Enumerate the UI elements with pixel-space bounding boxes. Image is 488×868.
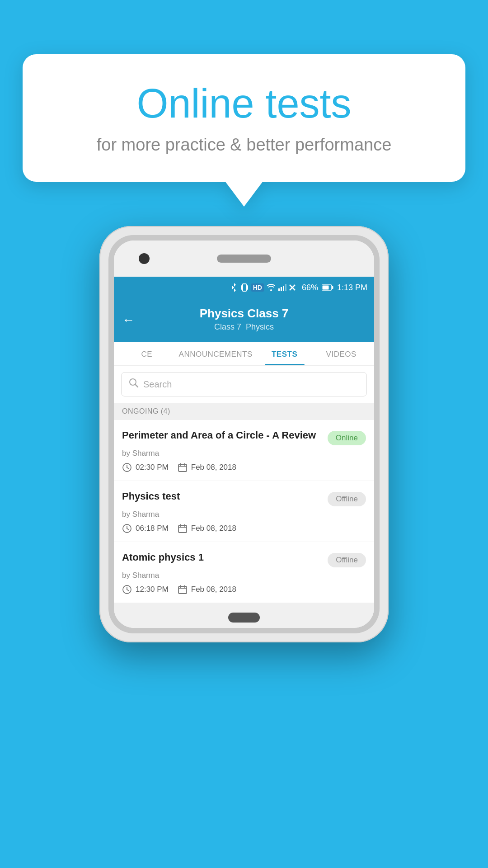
svg-line-13 — [136, 385, 138, 387]
bubble-subtitle: for more practice & better performance — [50, 135, 438, 155]
bluetooth-icon — [230, 283, 238, 292]
svg-rect-10 — [332, 286, 333, 289]
tab-bar: CE ANNOUNCEMENTS TESTS VIDEOS — [114, 342, 374, 366]
test-meta: 06:18 PM Feb 08, 2018 — [122, 524, 366, 533]
status-badge: Offline — [328, 492, 366, 506]
test-date: Feb 08, 2018 — [178, 585, 236, 594]
app-header: ← Physics Class 7 Class 7 Physics — [114, 298, 374, 342]
calendar-icon — [178, 462, 188, 472]
status-bar: HD — [114, 277, 374, 298]
phone-top-bezel — [114, 241, 374, 277]
search-placeholder: Search — [143, 379, 172, 390]
test-title: Perimeter and Area of a Circle - A Revie… — [122, 429, 322, 442]
svg-line-16 — [127, 467, 129, 469]
header-title: Physics Class 7 — [123, 307, 365, 321]
status-badge: Offline — [328, 553, 366, 567]
wifi-icon — [267, 284, 276, 291]
test-time: 02:30 PM — [122, 462, 169, 472]
section-header: ONGOING (4) — [114, 403, 374, 420]
battery-text: 66% — [302, 283, 318, 292]
test-date: Feb 08, 2018 — [178, 524, 236, 533]
test-meta: 02:30 PM Feb 08, 2018 — [122, 462, 366, 472]
bubble-title: Online tests — [50, 81, 438, 126]
test-by: by Sharma — [122, 510, 366, 519]
tab-ce[interactable]: CE — [118, 342, 175, 365]
header-subtitle: Class 7 Physics — [123, 322, 365, 332]
phone-mockup: HD — [99, 226, 389, 642]
test-time: 06:18 PM — [122, 524, 169, 533]
tab-announcements[interactable]: ANNOUNCEMENTS — [175, 342, 256, 365]
test-item[interactable]: Atomic physics 1 Offline by Sharma 12:30… — [114, 542, 374, 603]
tab-tests[interactable]: TESTS — [256, 342, 313, 365]
x-icon — [289, 284, 296, 291]
svg-rect-6 — [285, 284, 286, 291]
svg-line-30 — [127, 590, 129, 591]
phone-camera — [139, 253, 150, 264]
status-icons: HD — [230, 283, 296, 292]
svg-rect-0 — [243, 284, 246, 291]
svg-rect-17 — [178, 464, 187, 472]
clock-icon — [122, 524, 132, 533]
svg-rect-2 — [247, 285, 248, 290]
svg-rect-5 — [283, 286, 284, 291]
battery-icon — [322, 284, 333, 291]
svg-rect-11 — [322, 286, 328, 290]
clock-icon — [122, 585, 132, 594]
test-title: Atomic physics 1 — [122, 551, 322, 564]
tab-videos[interactable]: VIDEOS — [313, 342, 370, 365]
svg-rect-3 — [278, 288, 280, 291]
status-badge: Online — [328, 431, 366, 445]
search-input-wrapper[interactable]: Search — [121, 372, 367, 396]
hd-badge: HD — [251, 283, 264, 292]
home-button[interactable] — [228, 613, 260, 623]
clock-icon — [122, 462, 132, 472]
back-button[interactable]: ← — [122, 313, 135, 327]
test-item[interactable]: Perimeter and Area of a Circle - A Revie… — [114, 420, 374, 481]
speech-bubble: Online tests for more practice & better … — [23, 54, 465, 182]
time-text: 1:13 PM — [337, 283, 367, 292]
test-by: by Sharma — [122, 571, 366, 580]
test-by: by Sharma — [122, 449, 366, 458]
phone-bottom-bezel — [114, 603, 374, 628]
search-icon — [129, 378, 139, 391]
signal-icon — [278, 284, 286, 291]
search-bar-container: Search — [114, 366, 374, 403]
phone-speaker — [217, 255, 271, 263]
test-meta: 12:30 PM Feb 08, 2018 — [122, 585, 366, 594]
test-time: 12:30 PM — [122, 585, 169, 594]
test-title: Physics test — [122, 490, 322, 503]
svg-line-23 — [127, 528, 129, 530]
svg-rect-31 — [178, 586, 187, 594]
svg-rect-24 — [178, 525, 187, 533]
svg-rect-1 — [241, 285, 242, 290]
calendar-icon — [178, 524, 188, 533]
vibrate-icon — [240, 283, 249, 292]
calendar-icon — [178, 585, 188, 594]
test-date: Feb 08, 2018 — [178, 462, 236, 472]
test-item[interactable]: Physics test Offline by Sharma 06:18 PM — [114, 481, 374, 542]
svg-rect-4 — [281, 287, 282, 291]
